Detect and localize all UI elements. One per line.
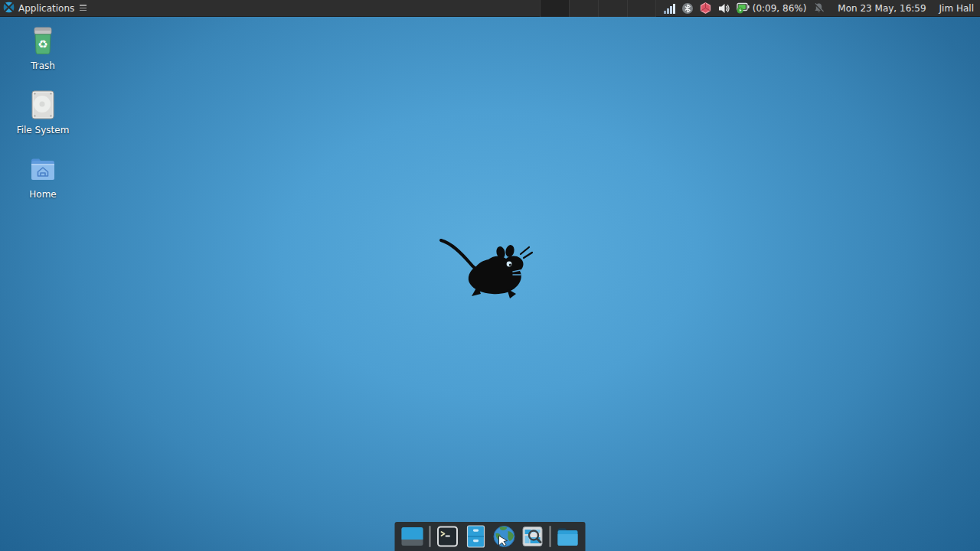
folder-icon bbox=[557, 526, 580, 547]
workspace-4[interactable] bbox=[627, 0, 656, 17]
battery-status-label[interactable]: (0:09, 86%) bbox=[753, 3, 807, 14]
applications-menu-label: Applications bbox=[18, 3, 74, 14]
dock-panel bbox=[395, 522, 586, 551]
clock[interactable]: Mon 23 May, 16:59 bbox=[838, 3, 926, 14]
terminal-launcher[interactable] bbox=[436, 525, 459, 548]
workspace-switcher bbox=[540, 0, 656, 17]
top-panel: Applications bbox=[0, 0, 980, 17]
file-manager-launcher[interactable] bbox=[465, 525, 488, 548]
show-desktop-icon bbox=[401, 526, 424, 547]
xfce-mouse-logo bbox=[433, 232, 541, 304]
harddisk-icon bbox=[31, 90, 55, 119]
desktop-icon-file-system[interactable]: File System bbox=[14, 90, 72, 135]
dock-separator bbox=[550, 526, 551, 547]
home-folder-icon bbox=[29, 155, 57, 184]
show-desktop-button[interactable] bbox=[401, 525, 424, 548]
workspace-3[interactable] bbox=[598, 0, 627, 17]
network-signal-icon[interactable] bbox=[664, 3, 675, 14]
folder-launcher[interactable] bbox=[557, 525, 580, 548]
web-browser-icon bbox=[493, 525, 516, 548]
desktop-icon-label: File System bbox=[17, 125, 70, 135]
user-menu[interactable]: Jim Hall bbox=[939, 3, 974, 14]
distro-logo-icon bbox=[3, 2, 15, 15]
terminal-icon bbox=[437, 526, 459, 547]
file-cabinet-icon bbox=[466, 525, 486, 548]
workspace-1[interactable] bbox=[540, 0, 569, 17]
system-tray: (0:09, 86%) Mon 23 May, 16:59 Jim Hall bbox=[656, 0, 980, 17]
bluetooth-icon[interactable] bbox=[682, 3, 693, 14]
volume-icon[interactable] bbox=[718, 3, 730, 14]
workspace-2[interactable] bbox=[569, 0, 598, 17]
package-icon[interactable] bbox=[700, 2, 711, 14]
desktop-icon-home[interactable]: Home bbox=[14, 155, 72, 200]
desktop-icon-label: Home bbox=[29, 189, 56, 200]
battery-charging-icon[interactable] bbox=[737, 2, 750, 14]
desktop-icon-label: Trash bbox=[31, 60, 55, 71]
menu-icon bbox=[80, 5, 87, 11]
trash-icon: ♻ bbox=[30, 26, 56, 55]
desktop: Applications bbox=[0, 0, 980, 551]
notifications-muted-icon[interactable] bbox=[813, 2, 825, 14]
svg-text:♻: ♻ bbox=[38, 37, 47, 51]
applications-menu-button[interactable]: Applications bbox=[0, 0, 93, 17]
app-finder-launcher[interactable] bbox=[521, 525, 544, 548]
app-finder-icon bbox=[522, 526, 544, 547]
dock-separator bbox=[430, 526, 431, 547]
web-browser-launcher[interactable] bbox=[493, 525, 516, 548]
desktop-icon-trash[interactable]: ♻ Trash bbox=[14, 26, 72, 71]
